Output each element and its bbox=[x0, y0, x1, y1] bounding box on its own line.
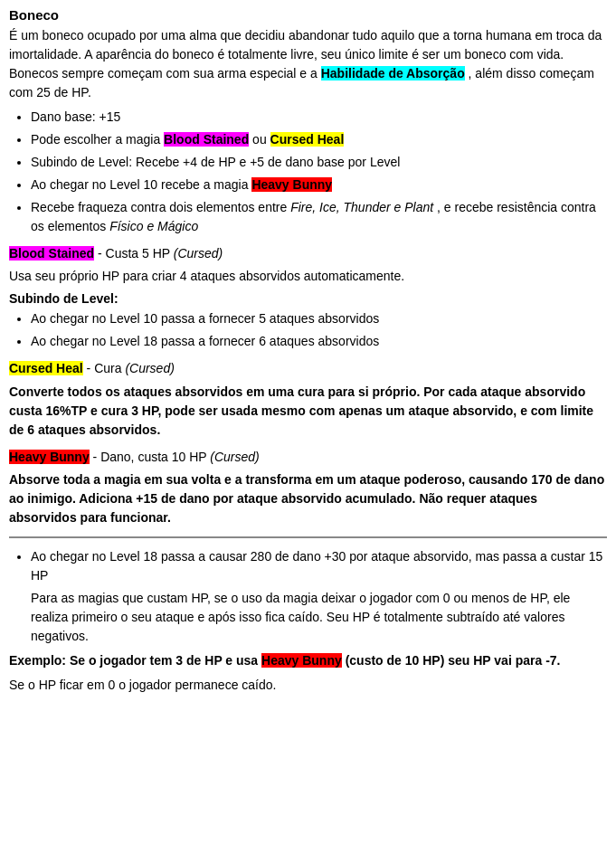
blood-stained-title: Blood Stained bbox=[9, 246, 94, 261]
heavy-bunny-title-line: Heavy Bunny - Dano, custa 10 HP (Cursed) bbox=[9, 447, 607, 467]
bullet5-italic1: Fire, Ice, Thunder e Plant bbox=[290, 200, 433, 214]
list-item: Ao chegar no Level 18 passa a fornecer 6… bbox=[31, 332, 607, 351]
heavy-bunny-desc: Absorve toda a magia em sua volta e a tr… bbox=[9, 470, 607, 527]
example-pre: Exemplo: Se o jogador tem 3 de HP e usa bbox=[9, 653, 258, 668]
blood-stained-subheading: Subindo de Level: bbox=[9, 291, 607, 306]
list-item: Ao chegar no Level 10 recebe a magia Hea… bbox=[31, 175, 607, 194]
intro-paragraph: É um boneco ocupado por uma alma que dec… bbox=[9, 26, 607, 102]
blood-stained-title-line: Blood Stained - Custa 5 HP (Cursed) bbox=[9, 243, 607, 263]
bottom-section: Ao chegar no Level 18 passa a causar 280… bbox=[9, 547, 607, 695]
blood-stained-cost: - Custa 5 HP bbox=[98, 246, 174, 261]
blood-stained-inline: Blood Stained bbox=[164, 132, 249, 147]
bullet2-pre: Pode escolher a magia bbox=[31, 132, 160, 147]
heavy-bunny-section: Heavy Bunny - Dano, custa 10 HP (Cursed)… bbox=[9, 447, 607, 527]
bullet2-mid: ou bbox=[252, 132, 270, 147]
cursed-heal-title: Cursed Heal bbox=[9, 361, 83, 375]
page-container: Boneco É um boneco ocupado por uma alma … bbox=[9, 7, 607, 695]
page-title: Boneco bbox=[9, 7, 607, 23]
bullet1-text: Dano base: +15 bbox=[31, 109, 120, 124]
heavy-bunny-title: Heavy Bunny bbox=[9, 450, 90, 464]
example-end: (custo de 10 HP) seu HP vai para -7. bbox=[346, 653, 561, 668]
heavy-bunny-cost: - Dano, custa 10 HP bbox=[93, 450, 211, 464]
section-divider bbox=[9, 536, 607, 538]
bottom-bullet-list: Ao chegar no Level 18 passa a causar 280… bbox=[31, 547, 607, 585]
bullet5-italic2: Físico e Mágico bbox=[109, 219, 198, 233]
cursed-heal-cost: - Cura bbox=[87, 361, 126, 375]
bullet4-pre: Ao chegar no Level 10 recebe a magia bbox=[31, 177, 249, 192]
blood-stained-type: (Cursed) bbox=[174, 246, 223, 261]
example-text: Exemplo: Se o jogador tem 3 de HP e usa … bbox=[9, 651, 607, 670]
bullet5-pre: Recebe fraqueza contra dois elementos en… bbox=[31, 200, 290, 214]
main-bullet-list: Dano base: +15 Pode escolher a magia Blo… bbox=[31, 108, 607, 236]
bullet3-text: Subindo de Level: Recebe +4 de HP e +5 d… bbox=[31, 155, 400, 169]
note-text: Para as magias que custam HP, se o uso d… bbox=[31, 589, 607, 646]
list-item: Subindo de Level: Recebe +4 de HP e +5 d… bbox=[31, 153, 607, 172]
heavy-bunny-example-highlight: Heavy Bunny bbox=[261, 653, 342, 668]
cursed-heal-desc: Converte todos os ataques absorvidos em … bbox=[9, 383, 607, 440]
list-item: Ao chegar no Level 10 passa a fornecer 5… bbox=[31, 309, 607, 328]
list-item: Dano base: +15 bbox=[31, 108, 607, 127]
cursed-heal-title-line: Cursed Heal - Cura (Cursed) bbox=[9, 358, 607, 378]
list-item: Pode escolher a magia Blood Stained ou C… bbox=[31, 130, 607, 149]
list-item: Ao chegar no Level 18 passa a causar 280… bbox=[31, 547, 607, 585]
cursed-heal-type: (Cursed) bbox=[125, 361, 174, 375]
blood-stained-subbullets: Ao chegar no Level 10 passa a fornecer 5… bbox=[31, 309, 607, 351]
cursed-heal-section: Cursed Heal - Cura (Cursed) Converte tod… bbox=[9, 358, 607, 439]
heavy-bunny-type: (Cursed) bbox=[210, 450, 259, 464]
list-item: Recebe fraqueza contra dois elementos en… bbox=[31, 198, 607, 236]
blood-stained-desc: Usa seu próprio HP para criar 4 ataques … bbox=[9, 267, 607, 286]
blood-stained-section: Blood Stained - Custa 5 HP (Cursed) Usa … bbox=[9, 243, 607, 351]
cursed-heal-inline: Cursed Heal bbox=[270, 132, 345, 147]
heavy-bunny-inline: Heavy Bunny bbox=[251, 177, 332, 192]
final-note: Se o HP ficar em 0 o jogador permanece c… bbox=[9, 676, 607, 695]
habilidade-highlight: Habilidade de Absorção bbox=[321, 66, 465, 81]
